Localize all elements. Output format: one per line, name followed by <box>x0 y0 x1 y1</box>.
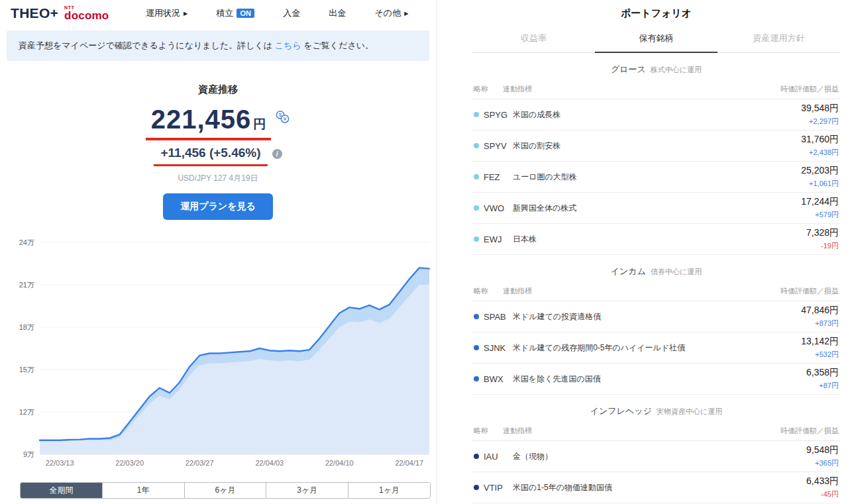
ticker-symbol: SPYV <box>484 141 508 151</box>
asset-profit-loss: -19円 <box>806 241 839 251</box>
holding-row[interactable]: EWJ日本株7,328円-19円 <box>472 224 840 255</box>
x-axis-label: 22/04/03 <box>255 459 284 467</box>
portfolio-tab-2[interactable]: 保有銘柄 <box>595 28 717 53</box>
asset-dot-icon <box>474 143 479 148</box>
nav-item-label: 運用状況 <box>146 7 180 19</box>
y-axis-label: 24万 <box>19 238 34 246</box>
asset-profit-loss: +532円 <box>801 350 839 360</box>
asset-value: 17,244円 <box>801 196 839 208</box>
profit-value: +11,456 <box>160 146 205 160</box>
holding-row-left: FEZユーロ圏の大型株 <box>474 172 584 183</box>
period-tab-2[interactable]: 1年 <box>102 483 184 498</box>
holding-row-right: 6,433円-45円 <box>806 476 839 499</box>
nav-item-label: 積立 <box>216 7 233 19</box>
total-assets-unit: 円 <box>253 117 266 131</box>
total-assets-row: 221,456円 $ ¥ <box>0 105 436 140</box>
asset-description: 新興国全体の株式 <box>513 203 576 214</box>
holding-row-right: 25,203円+1,061円 <box>801 165 839 189</box>
asset-dot-icon <box>474 205 479 211</box>
asset-description: 米国の成長株 <box>513 109 560 121</box>
currency-exchange-icon[interactable]: $ ¥ <box>275 110 290 124</box>
portfolio-tabs: 収益率保有銘柄資産運用方針 <box>472 28 840 53</box>
ticker-symbol: BWX <box>484 374 508 384</box>
section-subtitle: 実物資産中心に運用 <box>657 407 722 415</box>
column-header-index: 連動指標 <box>503 84 780 94</box>
holding-row-right: 6,358円+87円 <box>806 367 839 391</box>
period-tab-5[interactable]: 1ヶ月 <box>348 483 430 498</box>
x-axis-label: 22/04/10 <box>325 459 354 467</box>
holding-row-right: 31,760円+2,438円 <box>801 134 839 158</box>
nav-item-4[interactable]: 出金 <box>329 7 346 19</box>
asset-value: 31,760円 <box>801 134 839 146</box>
table-header: 略称連動指標時価評価額／損益 <box>472 423 840 441</box>
asset-profit-loss: +2,438円 <box>801 148 839 158</box>
period-tab-4[interactable]: 3ヶ月 <box>266 483 348 498</box>
holding-row[interactable]: SPYG米国の成長株39,548円+2,297円 <box>472 99 840 130</box>
asset-dot-icon <box>474 345 479 350</box>
view-plan-button[interactable]: 運用プランを見る <box>163 193 273 220</box>
x-axis-label: 22/03/20 <box>115 459 144 467</box>
ticker-symbol: SPAB <box>484 312 508 322</box>
column-header-ticker: 略称 <box>474 286 503 296</box>
x-axis-label: 22/03/13 <box>46 459 74 467</box>
brand-logo[interactable]: THEO+ NTT docomo <box>11 5 109 21</box>
holding-row-left: SJNK米ドル建ての残存期間0-5年のハイイールド社債 <box>474 342 692 354</box>
asset-dot-icon <box>474 174 479 179</box>
holding-row[interactable]: IAU金（現物）9,548円+365円 <box>472 441 840 472</box>
holding-row-right: 9,548円+365円 <box>806 444 839 468</box>
asset-value: 25,203円 <box>801 165 839 177</box>
asset-description: 米ドル建ての投資適格債 <box>513 311 601 323</box>
total-assets-underline: 221,456円 <box>146 105 272 140</box>
ticker-symbol: SPYG <box>484 110 508 120</box>
docomo-logo: NTT docomo <box>64 5 109 21</box>
ticker-symbol: VTIP <box>484 483 508 493</box>
notification-banner: 資産予想をマイページで確認できるようになりました。詳しくは こちら をご覧くださ… <box>7 30 429 61</box>
x-axis-label: 22/03/27 <box>186 459 214 467</box>
period-tab-1[interactable]: 全期間 <box>21 483 102 498</box>
portfolio-tab-3[interactable]: 資産運用方針 <box>717 28 840 52</box>
asset-value: 39,548円 <box>801 103 839 115</box>
x-axis-label: 22/04/17 <box>395 459 423 467</box>
holding-row-left: IAU金（現物） <box>474 451 559 462</box>
nav-item-5[interactable]: その他▶ <box>375 7 409 19</box>
holding-row-right: 39,548円+2,297円 <box>801 103 839 126</box>
holding-row[interactable]: BWX米国を除く先進国の国債6,358円+87円 <box>472 364 840 395</box>
nav-item-2[interactable]: 積立ON <box>216 7 254 19</box>
y-axis-label: 18万 <box>19 323 34 331</box>
asset-description: 日本株 <box>513 234 537 245</box>
exchange-coin-right-symbol: ¥ <box>283 116 287 122</box>
holding-row[interactable]: SPAB米ドル建ての投資適格債47,846円+873円 <box>472 301 840 332</box>
holding-row[interactable]: VWO新興国全体の株式17,244円+579円 <box>472 193 840 224</box>
holding-row-right: 7,328円-19円 <box>806 227 839 251</box>
portfolio-tab-1[interactable]: 収益率 <box>472 28 595 52</box>
holding-row[interactable]: SPYV米国の割安株31,760円+2,438円 <box>472 130 840 162</box>
app: THEO+ NTT docomo 運用状況▶積立ON入金出金その他▶ 資産予想を… <box>0 0 848 504</box>
nav-item-3[interactable]: 入金 <box>283 7 300 19</box>
y-axis-label: 12万 <box>19 408 34 416</box>
holding-row-left: VWO新興国全体の株式 <box>474 203 583 214</box>
asset-value: 9,548円 <box>806 444 839 456</box>
section-name: グロース <box>611 64 646 74</box>
nav-item-1[interactable]: 運用状況▶ <box>146 7 187 19</box>
period-tab-3[interactable]: 6ヶ月 <box>184 483 266 498</box>
portfolio-title: ポートフォリオ <box>472 0 840 28</box>
column-header-index: 連動指標 <box>503 426 780 436</box>
holding-row[interactable]: SJNK米ドル建ての残存期間0-5年のハイイールド社債13,142円+532円 <box>472 332 840 364</box>
holding-row[interactable]: FEZユーロ圏の大型株25,203円+1,061円 <box>472 162 840 193</box>
docomo-logo-text: docomo <box>64 10 109 21</box>
banner-link[interactable]: こちら <box>275 40 301 50</box>
fx-rate-note: USD/JPY 127 4月19日 <box>0 173 436 184</box>
holding-row-right: 13,142円+532円 <box>801 336 839 360</box>
y-axis-label: 21万 <box>19 281 34 289</box>
y-axis-label: 15万 <box>19 366 34 374</box>
profit-percent: (+5.46%) <box>209 146 261 160</box>
holding-row[interactable]: VTIP米国の1-5年の物価連動国債6,433円-45円 <box>472 472 840 503</box>
section-title: インフレヘッジ実物資産中心に運用 <box>472 395 840 423</box>
section-subtitle: 債券中心に運用 <box>651 268 702 276</box>
banner-text-after: をご覧ください。 <box>301 40 374 50</box>
column-header-value: 時価評価額／損益 <box>780 426 839 436</box>
asset-profit-loss: +579円 <box>801 210 839 220</box>
info-icon[interactable]: i <box>272 149 282 159</box>
holding-row-left: SPYV米国の割安株 <box>474 140 567 152</box>
asset-description: 米国の1-5年の物価連動国債 <box>513 482 612 493</box>
